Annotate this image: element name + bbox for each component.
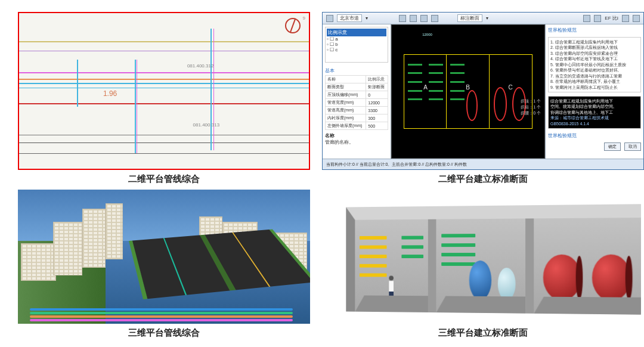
corridor-section: A B C bbox=[404, 54, 532, 129]
section-canvas[interactable]: 12000 A B C bbox=[391, 24, 545, 159]
tool-icon[interactable] bbox=[633, 15, 640, 22]
tool-icon[interactable] bbox=[622, 15, 629, 22]
caption: 三维平台建立标准断面 bbox=[322, 324, 644, 339]
notes-title-2: 世界检验规范 bbox=[548, 132, 641, 139]
building bbox=[53, 222, 82, 275]
caption: 二维平台建立标准断面 bbox=[322, 170, 644, 185]
pipe-3d bbox=[30, 319, 293, 321]
road-edge bbox=[19, 135, 309, 135]
tool-icon[interactable] bbox=[399, 15, 406, 22]
building bbox=[106, 203, 123, 260]
prop-row: 名称比例示意 bbox=[326, 76, 388, 83]
prop-row: 断面类型矩形断面 bbox=[326, 83, 388, 91]
pipe-line bbox=[19, 51, 309, 51]
prop-row: 管道宽度(mm)12000 bbox=[326, 99, 388, 107]
ok-button[interactable]: 确定 bbox=[604, 142, 621, 151]
cutaway-view bbox=[322, 190, 644, 324]
pipe-line bbox=[19, 103, 309, 104]
caption: 三维平台管线综合 bbox=[18, 324, 310, 339]
toolbar: 北京市道 ▾ 标注断面 ▾ EF 比I bbox=[323, 13, 643, 24]
pipe-line bbox=[19, 83, 309, 84]
pipe-3d bbox=[30, 315, 293, 318]
dropdown-arrow-icon[interactable]: ▾ bbox=[486, 16, 488, 21]
corridor-box bbox=[346, 204, 642, 314]
cell-label: B bbox=[466, 84, 470, 91]
left-panel: 比例示意 ▫ ☐ a ▫ ☐ b ▫ ☐ c 基本 名称比例示意 断面类型矩形断… bbox=[323, 24, 391, 159]
spec-source-box: 综合管廊工程规划应集约利用地下 空间。统筹规划综合管廊内部空间, 协调综合管廊与… bbox=[548, 96, 641, 129]
road-edge bbox=[19, 142, 309, 143]
status-bar: 当前构件小计:0 // 当前总量合计:0。主筋合并管廊:0 // 总构件数量:0… bbox=[323, 159, 643, 169]
pipe-outline bbox=[494, 87, 507, 121]
pipe-line bbox=[19, 41, 309, 42]
layer-tree[interactable]: 比例示意 ▫ ☐ a ▫ ☐ b ▫ ☐ c bbox=[325, 27, 388, 63]
pipe-line bbox=[19, 88, 309, 88]
prop-group: 基本 bbox=[325, 66, 388, 75]
dim-text: 081.400.313 bbox=[193, 122, 220, 128]
prop-row: 压顶线偏移(mm)0 bbox=[326, 91, 388, 99]
render-view bbox=[18, 190, 310, 324]
compass-label: 9 bbox=[303, 16, 305, 21]
median bbox=[200, 234, 236, 290]
junction-line bbox=[210, 29, 212, 150]
compartment-a bbox=[355, 219, 436, 312]
dim-text: 081.400.312 bbox=[187, 63, 214, 69]
junction-line bbox=[77, 60, 78, 106]
name-hint: 管廊的名称。 bbox=[325, 139, 388, 145]
cell-b: B bbox=[447, 55, 489, 128]
cad-window: 北京市道 ▾ 标注断面 ▾ EF 比I 比例示意 bbox=[322, 12, 644, 170]
prop-row: 左侧外墙厚度(mm)500 bbox=[326, 122, 388, 130]
tree-item[interactable]: ▫ ☐ b bbox=[327, 42, 386, 47]
pipe-3d bbox=[30, 312, 293, 314]
grade-label: 1.96 bbox=[103, 89, 117, 98]
tree-item[interactable]: ▫ ☐ a bbox=[327, 36, 386, 42]
building bbox=[82, 209, 106, 268]
dropdown-road[interactable]: 北京市道 bbox=[337, 14, 362, 22]
building bbox=[21, 243, 56, 281]
plan-drawing: 9 1.96 081.400.312 081.400.313 bbox=[18, 12, 310, 170]
caption: 二维平台管线综合 bbox=[18, 170, 310, 185]
name-label: 名称 bbox=[325, 132, 388, 139]
tool-icon[interactable] bbox=[431, 15, 438, 22]
right-panel: 世界检验规范 1. 综合管廊工程规划应集约利用地下 2. 综合管廊断面形式应根据… bbox=[545, 24, 643, 159]
tree-root[interactable]: 比例示意 bbox=[327, 29, 386, 36]
pipe-line bbox=[19, 79, 309, 80]
tool-icon[interactable] bbox=[583, 15, 590, 22]
tool-icon[interactable] bbox=[420, 15, 428, 22]
panel-2d-section-software: 北京市道 ▾ 标注断面 ▾ EF 比I 比例示意 bbox=[322, 12, 644, 185]
count-box: 拱顶：1 个 拱肩：1 个 拱腰：0 个 bbox=[521, 98, 541, 116]
panel-2d-pipeline-plan: 9 1.96 081.400.312 081.400.313 二维平台管线综合 bbox=[18, 12, 310, 185]
properties-table: 名称比例示意 断面类型矩形断面 压顶线偏移(mm)0 管道宽度(mm)12000… bbox=[325, 75, 388, 130]
cell-a: A bbox=[404, 55, 447, 128]
cell-label: A bbox=[423, 84, 428, 91]
prop-row: 管道高度(mm)3300 bbox=[326, 107, 388, 114]
junction-line bbox=[213, 29, 214, 150]
spec-list: 1. 综合管廊工程规划应集约利用地下 2. 综合管廊断面形式应根据纳入管线 3.… bbox=[548, 37, 641, 92]
panel-3d-pipeline-render: 三维平台管线综合 bbox=[18, 190, 310, 339]
panel-3d-section-render: 三维平台建立标准断面 bbox=[322, 190, 644, 339]
prop-row: 内衬厚度(mm)300 bbox=[326, 114, 388, 122]
dropdown-arrow-icon[interactable]: ▾ bbox=[366, 16, 368, 21]
compartment-c bbox=[534, 218, 641, 315]
pipe-3d bbox=[30, 308, 293, 311]
notes-title: 世界检验规范 bbox=[548, 27, 641, 33]
pipe-outline bbox=[466, 90, 478, 121]
cell-label: C bbox=[508, 84, 512, 91]
junction-line bbox=[137, 60, 137, 153]
compartment-b bbox=[436, 218, 534, 313]
dim-text: 12000 bbox=[422, 33, 432, 36]
tree-item[interactable]: ▫ ☐ c bbox=[327, 47, 386, 52]
cell-c: C bbox=[490, 55, 532, 128]
status-text: 当前构件小计:0 // 当前总量合计:0。主筋合并管廊:0 // 总构件数量:0… bbox=[326, 162, 467, 168]
pipe-line bbox=[19, 72, 309, 73]
road-edge bbox=[19, 153, 309, 154]
compass-icon bbox=[285, 18, 301, 33]
cancel-button[interactable]: 取消 bbox=[624, 142, 641, 151]
tool-icon[interactable] bbox=[594, 15, 601, 22]
dropdown-annotation[interactable]: 标注断面 bbox=[457, 14, 482, 22]
tool-icon[interactable] bbox=[410, 15, 417, 22]
tool-icon[interactable] bbox=[326, 15, 333, 22]
